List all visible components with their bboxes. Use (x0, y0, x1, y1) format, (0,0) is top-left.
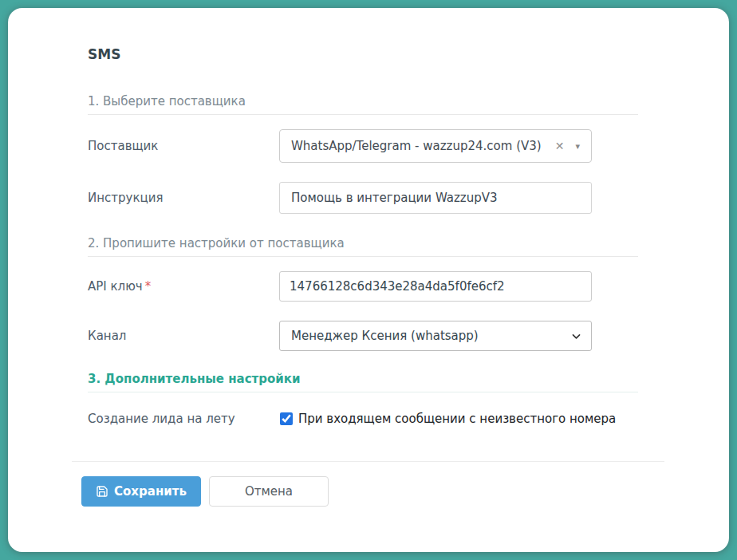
settings-card: SMS 1. Выберите поставщика Поставщик Wha… (8, 8, 729, 552)
instruction-row: Инструкция Помощь в интеграции WazzupV3 (88, 182, 638, 214)
cancel-button-label: Отмена (245, 484, 293, 499)
save-button-label: Сохранить (114, 484, 187, 499)
provider-selected-value: WhatsApp/Telegram - wazzup24.com (V3) (291, 139, 547, 153)
provider-row: Поставщик WhatsApp/Telegram - wazzup24.c… (88, 129, 638, 163)
section-heading-provider: 1. Выберите поставщика (88, 94, 638, 115)
channel-row: Канал Менеджер Ксения (whatsapp) (88, 321, 638, 351)
lead-creation-checkbox-wrap[interactable]: При входящем сообщении с неизвестного но… (279, 412, 616, 426)
page-title: SMS (88, 46, 638, 62)
provider-select[interactable]: WhatsApp/Telegram - wazzup24.com (V3) ✕ … (279, 129, 592, 163)
instruction-label: Инструкция (88, 191, 279, 205)
caret-down-icon[interactable]: ▾ (572, 141, 583, 152)
instruction-link-box[interactable]: Помощь в интеграции WazzupV3 (279, 182, 592, 214)
api-key-input[interactable] (279, 271, 592, 302)
section-heading-additional: 3. Дополнительные настройки (88, 372, 638, 392)
api-key-label: API ключ* (88, 279, 279, 294)
chevron-down-icon (571, 331, 581, 341)
channel-select[interactable]: Менеджер Ксения (whatsapp) (279, 321, 592, 351)
lead-creation-row: Создание лида на лету При входящем сообщ… (88, 412, 638, 426)
save-icon (96, 485, 108, 498)
button-row: Сохранить Отмена (81, 476, 729, 507)
provider-label: Поставщик (88, 139, 279, 153)
cancel-button[interactable]: Отмена (209, 476, 329, 507)
api-key-row: API ключ* (88, 271, 638, 302)
lead-creation-checkbox-label: При входящем сообщении с неизвестного но… (298, 412, 616, 426)
section-heading-settings: 2. Пропишите настройки от поставщика (88, 236, 638, 257)
required-asterisk: * (145, 279, 152, 294)
instruction-text: Помощь в интеграции WazzupV3 (291, 191, 498, 205)
channel-label: Канал (88, 329, 279, 343)
footer-divider (72, 461, 664, 462)
lead-creation-checkbox[interactable] (280, 412, 293, 425)
lead-creation-label: Создание лида на лету (88, 412, 279, 426)
channel-selected-value: Менеджер Ксения (whatsapp) (291, 329, 571, 343)
save-button[interactable]: Сохранить (81, 476, 201, 507)
clear-icon[interactable]: ✕ (547, 140, 573, 152)
